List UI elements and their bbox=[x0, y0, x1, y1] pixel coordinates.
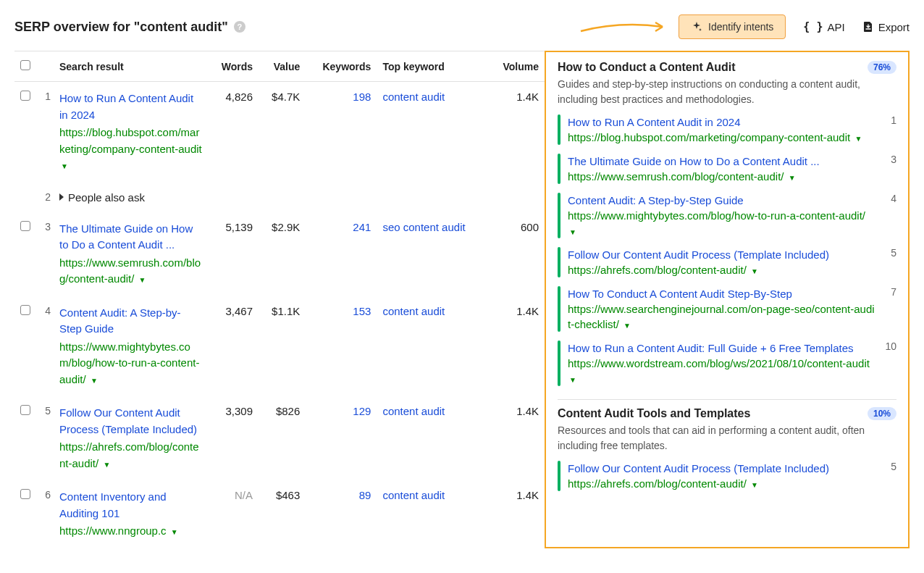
callout-arrow-icon bbox=[577, 18, 671, 35]
intent-color-bar bbox=[558, 340, 560, 386]
value-cell: $1.1K bbox=[259, 296, 306, 397]
intent-item-rank: 3 bbox=[883, 154, 896, 184]
result-title[interactable]: Follow Our Content Audit Process (Templa… bbox=[59, 405, 202, 438]
people-also-ask[interactable]: People also ask bbox=[59, 191, 539, 204]
volume-cell: 1.4K bbox=[488, 480, 545, 548]
intent-item-url[interactable]: https://blog.hubspot.com/marketing/compa… bbox=[568, 130, 876, 145]
identify-intents-label: Identify intents bbox=[708, 21, 773, 33]
url-dropdown-icon[interactable]: ▼ bbox=[854, 135, 862, 143]
result-url[interactable]: https://www.nngroup.c ▼ bbox=[59, 523, 202, 540]
url-dropdown-icon[interactable]: ▼ bbox=[171, 528, 178, 536]
intent-item-url[interactable]: https://www.mightybytes.com/blog/how-to-… bbox=[568, 208, 876, 238]
intent-item-title[interactable]: How to Run a Content Audit: Full Guide +… bbox=[568, 340, 873, 356]
intent-item-url[interactable]: https://www.wordstream.com/blog/ws/2021/… bbox=[568, 356, 873, 386]
export-button[interactable]: Export bbox=[862, 21, 910, 33]
url-dropdown-icon[interactable]: ▼ bbox=[789, 174, 796, 182]
select-all-checkbox[interactable] bbox=[20, 60, 30, 70]
intent-desc: Resources and tools that can aid in perf… bbox=[558, 423, 896, 453]
words-cell: 3,467 bbox=[208, 296, 259, 397]
intent-item: Content Audit: A Step-by-Step Guide http… bbox=[558, 193, 896, 240]
intent-item: How to Run A Content Audit in 2024 https… bbox=[558, 114, 896, 146]
volume-cell: 1.4K bbox=[488, 296, 545, 397]
keywords-cell[interactable]: 129 bbox=[353, 405, 371, 417]
intent-item-rank: 5 bbox=[883, 247, 896, 277]
top-keyword-cell[interactable]: seo content audit bbox=[382, 221, 465, 233]
intent-item: The Ultimate Guide on How to Do a Conten… bbox=[558, 154, 896, 185]
caret-right-icon bbox=[59, 193, 64, 201]
intent-item-url[interactable]: https://ahrefs.com/blog/content-audit/ ▼ bbox=[568, 262, 876, 277]
result-url[interactable]: https://blog.hubspot.com/marketing/compa… bbox=[59, 125, 202, 174]
intent-item-title[interactable]: How To Conduct A Content Audit Step-By-S… bbox=[568, 286, 876, 301]
top-keyword-cell[interactable]: content audit bbox=[382, 405, 445, 417]
words-cell: 5,139 bbox=[208, 212, 259, 296]
intent-desc: Guides and step-by-step instructions on … bbox=[558, 77, 896, 107]
result-title[interactable]: Content Inventory and Auditing 101 bbox=[59, 489, 202, 522]
top-keyword-cell[interactable]: content audit bbox=[382, 305, 445, 317]
words-cell: N/A bbox=[208, 480, 259, 548]
url-dropdown-icon[interactable]: ▼ bbox=[91, 377, 98, 385]
header-right: Identify intents { } API Export bbox=[679, 14, 910, 39]
intent-color-bar bbox=[558, 114, 560, 145]
col-value: Value bbox=[259, 51, 306, 82]
api-icon: { } bbox=[803, 20, 823, 33]
result-title[interactable]: Content Audit: A Step-by-Step Guide bbox=[59, 305, 202, 338]
url-dropdown-icon[interactable]: ▼ bbox=[569, 376, 576, 384]
url-dropdown-icon[interactable]: ▼ bbox=[103, 461, 110, 469]
intent-item-title[interactable]: Follow Our Content Audit Process (Templa… bbox=[568, 247, 876, 262]
row-checkbox[interactable] bbox=[20, 405, 30, 415]
url-dropdown-icon[interactable]: ▼ bbox=[623, 322, 631, 330]
words-cell: 3,309 bbox=[208, 396, 259, 480]
help-icon[interactable]: ? bbox=[234, 21, 245, 33]
intent-percent-badge: 76% bbox=[868, 61, 896, 74]
intent-item-title[interactable]: The Ultimate Guide on How to Do a Conten… bbox=[568, 154, 876, 169]
intent-item-rank: 1 bbox=[883, 114, 896, 145]
intent-percent-badge: 10% bbox=[868, 407, 896, 420]
intent-item-url[interactable]: https://ahrefs.com/blog/content-audit/ ▼ bbox=[568, 476, 876, 491]
row-checkbox[interactable] bbox=[20, 489, 30, 499]
url-dropdown-icon[interactable]: ▼ bbox=[61, 162, 68, 170]
value-cell: $463 bbox=[259, 480, 306, 548]
identify-intents-button[interactable]: Identify intents bbox=[679, 14, 786, 39]
volume-cell: 1.4K bbox=[488, 82, 545, 183]
row-checkbox[interactable] bbox=[20, 221, 30, 231]
intent-color-bar bbox=[558, 154, 560, 184]
intent-item: How to Run a Content Audit: Full Guide +… bbox=[558, 340, 896, 388]
keywords-cell[interactable]: 153 bbox=[353, 305, 371, 317]
intent-color-bar bbox=[558, 461, 560, 491]
intent-item-url[interactable]: https://www.semrush.com/blog/content-aud… bbox=[568, 169, 876, 184]
sparkle-icon bbox=[691, 21, 702, 33]
keywords-cell[interactable]: 198 bbox=[353, 91, 371, 103]
top-keyword-cell[interactable]: content audit bbox=[382, 91, 445, 103]
keywords-cell[interactable]: 89 bbox=[359, 489, 371, 501]
serp-table-wrap: Search result Words Value Keywords Top k… bbox=[14, 51, 545, 548]
intent-item-url[interactable]: https://www.searchenginejournal.com/on-p… bbox=[568, 301, 876, 332]
keywords-cell[interactable]: 241 bbox=[353, 221, 371, 233]
result-title[interactable]: The Ultimate Guide on How to Do a Conten… bbox=[59, 221, 202, 254]
api-button[interactable]: { } API bbox=[803, 20, 844, 33]
intent-item-title[interactable]: Content Audit: A Step-by-Step Guide bbox=[568, 193, 876, 208]
row-checkbox[interactable] bbox=[20, 91, 30, 101]
top-keyword-cell[interactable]: content audit bbox=[382, 489, 445, 501]
volume-cell: 1.4K bbox=[488, 396, 545, 480]
col-keywords: Keywords bbox=[306, 51, 377, 82]
result-url[interactable]: https://www.mightybytes.com/blog/how-to-… bbox=[59, 339, 202, 388]
row-rank: 3 bbox=[36, 212, 54, 296]
url-dropdown-icon[interactable]: ▼ bbox=[751, 481, 758, 489]
intent-color-bar bbox=[558, 286, 560, 332]
api-label: API bbox=[827, 21, 844, 33]
url-dropdown-icon[interactable]: ▼ bbox=[139, 276, 146, 284]
table-row: 4 Content Audit: A Step-by-Step Guide ht… bbox=[14, 296, 545, 397]
value-cell: $2.9K bbox=[259, 212, 306, 296]
table-row: 5 Follow Our Content Audit Process (Temp… bbox=[14, 396, 545, 480]
main-content: Search result Words Value Keywords Top k… bbox=[14, 51, 910, 548]
result-title[interactable]: How to Run A Content Audit in 2024 bbox=[59, 91, 202, 123]
result-url[interactable]: https://www.semrush.com/blog/content-aud… bbox=[59, 255, 202, 288]
result-url[interactable]: https://ahrefs.com/blog/content-audit/ ▼ bbox=[59, 439, 202, 472]
intent-item: Follow Our Content Audit Process (Templa… bbox=[558, 461, 896, 493]
url-dropdown-icon[interactable]: ▼ bbox=[751, 267, 758, 275]
intent-item-title[interactable]: Follow Our Content Audit Process (Templa… bbox=[568, 461, 876, 476]
intent-item-title[interactable]: How to Run A Content Audit in 2024 bbox=[568, 114, 876, 130]
row-rank: 4 bbox=[36, 296, 54, 397]
row-checkbox[interactable] bbox=[20, 305, 30, 315]
url-dropdown-icon[interactable]: ▼ bbox=[569, 228, 576, 236]
